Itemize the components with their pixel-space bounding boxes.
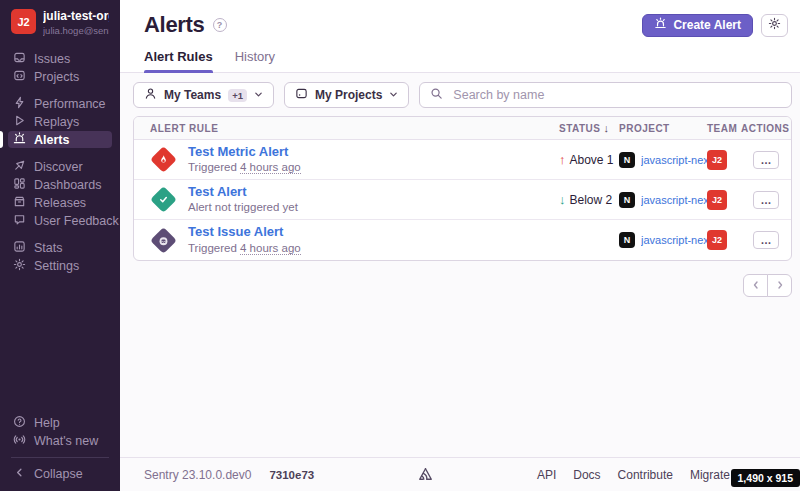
sidebar-nav: Issues Projects Performance Replays Aler… (0, 50, 120, 275)
sentry-logo-icon (314, 466, 537, 483)
teams-filter-label: My Teams (164, 88, 221, 102)
sidebar-item-alerts[interactable]: Alerts (8, 131, 112, 148)
projects-filter-dropdown[interactable]: My Projects (284, 82, 409, 108)
row-actions-button[interactable]: … (753, 231, 779, 249)
projects-icon (13, 69, 26, 85)
sidebar-item-performance[interactable]: Performance (8, 95, 112, 112)
filter-bar: My Teams +1 My Projects (133, 82, 792, 108)
sidebar-item-help[interactable]: Help (8, 414, 112, 431)
project-link[interactable]: javascript-nextjs (641, 154, 707, 166)
settings-icon (13, 258, 26, 274)
sidebar-item-label: Alerts (34, 133, 69, 147)
org-meta: julia-test-org-2 … julia.hoge@sentry.io (43, 9, 109, 37)
project-cell: N javascript-nextjs (619, 192, 707, 208)
dashboards-icon (13, 177, 26, 193)
sidebar-item-label: Replays (34, 115, 79, 129)
footer-link-docs[interactable]: Docs (573, 468, 600, 482)
performance-icon (13, 96, 26, 112)
actions-cell: … (741, 231, 791, 249)
alerts-icon (13, 132, 26, 148)
teams-count-badge: +1 (228, 89, 247, 102)
tab-alert-rules[interactable]: Alert Rules (144, 49, 213, 72)
alert-rule-link[interactable]: Test Issue Alert (188, 224, 301, 240)
sidebar-item-projects[interactable]: Projects (8, 68, 112, 85)
footer-link-contribute[interactable]: Contribute (618, 468, 673, 482)
sidebar-item-settings[interactable]: Settings (8, 257, 112, 274)
row-actions-button[interactable]: … (753, 151, 779, 169)
sidebar-item-label: Projects (34, 70, 79, 84)
project-link[interactable]: javascript-nextjs (641, 234, 707, 246)
project-icon (295, 87, 308, 103)
tab-history[interactable]: History (235, 49, 275, 72)
actions-cell: … (741, 151, 791, 169)
build-hash[interactable]: 7310e73 (269, 469, 314, 481)
siren-icon (654, 17, 667, 33)
sidebar-item-whats-new[interactable]: What's new (8, 432, 112, 449)
arrow-up-icon: ↑ (559, 152, 566, 167)
teams-filter-dropdown[interactable]: My Teams +1 (133, 82, 274, 108)
alerts-settings-button[interactable] (761, 14, 788, 37)
issues-icon (13, 51, 26, 67)
footer-link-api[interactable]: API (537, 468, 556, 482)
row-actions-button[interactable]: … (753, 191, 779, 209)
issue-alert-icon (150, 227, 177, 254)
search-input[interactable] (451, 87, 781, 103)
page-help-icon[interactable]: ? (213, 18, 227, 32)
search-box[interactable] (419, 82, 792, 108)
sidebar-item-releases[interactable]: Releases (8, 194, 112, 211)
sidebar-collapse-button[interactable]: Collapse (8, 465, 112, 482)
column-header-team: TEAM (707, 123, 741, 134)
main-area: Alerts ? Create Alert Alert Rules Histor… (120, 0, 800, 491)
sidebar-item-user-feedback[interactable]: User Feedback (8, 212, 112, 229)
sidebar-gap (0, 230, 120, 239)
previous-page-button[interactable] (743, 274, 768, 297)
app-window: J2 julia-test-org-2 … julia.hoge@sentry.… (0, 0, 800, 491)
team-avatar[interactable]: J2 (707, 150, 727, 170)
sidebar-item-label: Performance (34, 97, 106, 111)
chevron-down-icon (254, 88, 263, 102)
user-icon (144, 87, 157, 103)
team-avatar[interactable]: J2 (707, 190, 727, 210)
org-email: julia.hoge@sentry.io (43, 24, 109, 37)
sidebar-gap (0, 149, 120, 158)
sidebar-item-discover[interactable]: Discover (8, 158, 112, 175)
sidebar-item-label: Stats (34, 241, 63, 255)
sidebar-item-replays[interactable]: Replays (8, 113, 112, 130)
sidebar-item-label: Help (34, 416, 60, 430)
sidebar-item-label: Settings (34, 259, 79, 273)
sidebar-item-issues[interactable]: Issues (8, 50, 112, 67)
header-actions: Create Alert (642, 14, 788, 37)
team-avatar[interactable]: J2 (707, 230, 727, 250)
stats-icon (13, 240, 26, 256)
org-avatar[interactable]: J2 (11, 9, 36, 34)
alert-rule-link[interactable]: Test Metric Alert (188, 144, 301, 160)
create-alert-button[interactable]: Create Alert (642, 14, 753, 37)
releases-icon (13, 195, 26, 211)
page-title: Alerts (144, 12, 205, 38)
arrow-down-icon: ↓ (559, 192, 566, 207)
status-cell: ↑ Above 1 (559, 152, 619, 167)
org-switcher[interactable]: J2 julia-test-org-2 … julia.hoge@sentry.… (0, 9, 120, 37)
sort-desc-icon: ↓ (604, 122, 610, 134)
table-row: Test Metric Alert Triggered 4 hours ago … (134, 140, 791, 180)
table-header-row: ALERT RULE STATUS ↓ PROJECT TEAM ACTIONS (134, 117, 791, 140)
column-header-status[interactable]: STATUS ↓ (559, 122, 619, 134)
next-page-button[interactable] (767, 274, 792, 297)
status-cell: ↓ Below 2 (559, 192, 619, 207)
page-footer: Sentry 23.10.0.dev0 7310e73 API Docs Con… (120, 457, 800, 491)
help-icon (13, 415, 26, 431)
alert-rule-link[interactable]: Test Alert (188, 184, 298, 200)
alert-rule-detail: Alert not triggered yet (188, 200, 298, 215)
relative-time[interactable]: 4 hours ago (240, 242, 301, 255)
table-row: Test Alert Alert not triggered yet ↓ Bel… (134, 180, 791, 220)
sidebar-item-stats[interactable]: Stats (8, 239, 112, 256)
sidebar-item-label: Releases (34, 196, 86, 210)
discover-icon (13, 159, 26, 175)
sidebar-item-label: Collapse (34, 467, 83, 481)
sidebar-item-dashboards[interactable]: Dashboards (8, 176, 112, 193)
org-name: julia-test-org-2 … (43, 9, 109, 24)
project-link[interactable]: javascript-nextjs (641, 194, 707, 206)
sidebar-bottom: Help What's new Collapse (0, 414, 120, 483)
nextjs-platform-icon: N (619, 232, 635, 248)
relative-time[interactable]: 4 hours ago (240, 161, 301, 174)
